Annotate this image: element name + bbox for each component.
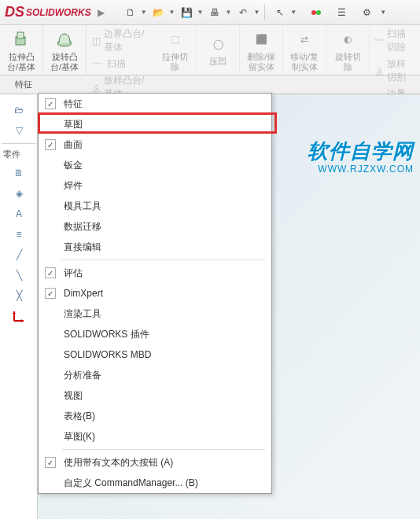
cut-group-4: ⇄移动/复 制实体 — [283, 25, 326, 75]
sweep-label: 扫描 — [107, 57, 126, 71]
tab-features[interactable]: 特征 — [5, 75, 42, 94]
extrude-cut-button[interactable]: ⬚拉伸切 除 — [158, 28, 191, 71]
context-menu-item[interactable]: 表格(B) — [39, 406, 271, 426]
checkbox-checked-icon — [45, 139, 56, 150]
context-menu-item-label: 数据迁移 — [64, 220, 101, 234]
sweep-icon: 〰 — [91, 58, 104, 71]
revolve-boss-button[interactable]: 旋转凸 台/基体 — [48, 28, 81, 71]
extrude-boss-label: 拉伸凸 台/基体 — [5, 52, 38, 71]
loft-cut-icon: ◬ — [374, 64, 384, 77]
revolve-cut-button[interactable]: ◐旋转切 除 — [331, 28, 364, 71]
select-icon[interactable]: ↖ — [270, 3, 290, 22]
context-menu-item[interactable]: 焊件 — [39, 175, 271, 196]
context-menu-item[interactable]: 模具工具 — [39, 196, 271, 216]
plane-top-icon[interactable]: ╲ — [2, 266, 36, 285]
context-menu-item[interactable]: DimXpert — [39, 283, 271, 304]
revolve-cut-icon: ◐ — [337, 28, 359, 50]
context-menu-item-label: 表格(B) — [64, 410, 95, 423]
context-menu-item[interactable]: 直接编辑 — [39, 237, 271, 257]
svg-rect-3 — [17, 32, 24, 39]
context-menu-item-label: 视图 — [64, 389, 83, 403]
hole-button[interactable]: ◯压凹 — [201, 33, 234, 66]
context-menu-item-label: 使用带有文本的大按钮 (A) — [64, 456, 173, 469]
context-menu-item-label: 评估 — [64, 267, 83, 280]
menu-separator — [62, 260, 265, 260]
dropdown-icon[interactable]: ▼ — [290, 9, 297, 16]
annotations-icon[interactable]: A — [2, 204, 36, 223]
hole-label: 压凹 — [209, 57, 227, 66]
context-menu-item-label: 分析准备 — [64, 369, 101, 382]
part-label: 零件 — [0, 147, 37, 162]
context-menu-item[interactable]: 草图(K) — [39, 426, 271, 447]
settings-gear-icon[interactable]: ⚙ — [356, 3, 377, 22]
cut-group-1: ⬚拉伸切 除 — [153, 25, 197, 75]
sweep-cut-label: 扫描切除 — [387, 28, 415, 54]
context-menu-item[interactable]: 使用带有文本的大按钮 (A) — [39, 452, 271, 473]
context-menu-item[interactable]: 自定义 CommandManager... (B) — [39, 473, 271, 493]
context-menu-item-label: 钣金 — [64, 159, 83, 172]
context-menu-item[interactable]: 数据迁移 — [39, 216, 271, 237]
undo-icon[interactable]: ↶ — [233, 3, 253, 22]
context-menu-item-label: 草图(K) — [64, 430, 95, 444]
titlebar: DS SOLIDWORKS ▶ 🗋▼ 📂▼ 💾▼ 🖶▼ ↶▼ ↖▼ ☰ ⚙ ▼ — [0, 0, 420, 25]
context-menu-item[interactable]: 视图 — [39, 385, 271, 406]
context-menu-item[interactable]: SOLIDWORKS MBD — [39, 344, 271, 365]
cut-group-3: ⬛删除/保 留实体 — [240, 25, 283, 75]
dropdown-icon[interactable]: ▼ — [225, 9, 231, 16]
open-file-icon[interactable]: 📂 — [149, 3, 169, 22]
sensors-icon[interactable]: ◈ — [2, 184, 36, 203]
context-menu-item[interactable]: 草图 — [39, 114, 271, 134]
revolve-boss-group: 旋转凸 台/基体 — [43, 25, 87, 75]
sweep-cut-button[interactable]: 〰扫描切除 — [373, 27, 417, 55]
dropdown-icon[interactable]: ▼ — [253, 9, 260, 16]
context-menu-item[interactable]: 分析准备 — [39, 365, 271, 385]
menu-separator — [62, 449, 265, 450]
history-icon[interactable]: 🗎 — [2, 164, 36, 182]
context-menu-item-label: 模具工具 — [64, 200, 101, 213]
save-icon[interactable]: 💾 — [177, 3, 197, 22]
context-menu-item-label: 特征 — [64, 98, 83, 111]
boundary-boss-label: 边界凸台/基体 — [104, 28, 149, 54]
dropdown-icon[interactable]: ▼ — [169, 9, 175, 16]
delete-keep-button[interactable]: ⬛删除/保 留实体 — [245, 28, 278, 71]
context-menu-item[interactable]: 评估 — [39, 263, 271, 283]
context-menu-item[interactable]: 渲染工具 — [39, 304, 271, 324]
plane-front-icon[interactable]: ╱ — [2, 245, 36, 264]
dropdown-icon[interactable]: ▼ — [197, 9, 204, 16]
watermark-main: 软件自学网 — [308, 138, 414, 165]
material-icon[interactable]: ≡ — [2, 225, 36, 244]
revolve-boss-label: 旋转凸 台/基体 — [48, 52, 81, 71]
context-menu-item[interactable]: 钣金 — [39, 155, 271, 175]
separator — [264, 5, 265, 20]
filter-icon[interactable]: ▽ — [2, 121, 36, 140]
context-menu-item[interactable]: 特征 — [39, 94, 271, 114]
options-list-icon[interactable]: ☰ — [331, 3, 352, 22]
context-menu-item[interactable]: 曲面 — [39, 134, 271, 155]
sweep-button[interactable]: 〰扫描 — [90, 57, 150, 72]
context-menu-item-label: 焊件 — [64, 179, 83, 193]
dropdown-icon[interactable]: ▼ — [380, 9, 386, 16]
new-file-icon[interactable]: 🗋 — [120, 3, 141, 22]
boundary-boss-button[interactable]: ◫边界凸台/基体 — [90, 27, 150, 55]
extrude-boss-button[interactable]: 拉伸凸 台/基体 — [5, 28, 38, 71]
context-menu-item-label: SOLIDWORKS 插件 — [64, 328, 149, 341]
loft-cut-label: 放样切割 — [387, 57, 415, 84]
context-menu-item[interactable]: SOLIDWORKS 插件 — [39, 324, 271, 344]
context-menu-item-label: 自定义 CommandManager... (B) — [64, 477, 198, 490]
checkbox-checked-icon — [45, 267, 56, 278]
dropdown-icon[interactable]: ▼ — [141, 9, 147, 16]
chevron-right-icon[interactable]: ▶ — [98, 7, 105, 18]
traffic-light-icon[interactable] — [306, 3, 326, 22]
loft-cut-button[interactable]: ◬放样切割 — [373, 57, 417, 85]
checkbox-checked-icon — [45, 98, 56, 109]
feature-tree-icon[interactable]: 🗁 — [2, 101, 36, 120]
move-copy-button[interactable]: ⇄移动/复 制实体 — [288, 28, 321, 71]
svg-point-1 — [316, 10, 321, 15]
print-icon[interactable]: 🖶 — [204, 3, 225, 22]
app-logo: DS SOLIDWORKS — [5, 4, 91, 20]
origin-icon[interactable] — [2, 307, 36, 326]
plane-right-icon[interactable]: ╳ — [2, 286, 36, 305]
context-menu-item-label: DimXpert — [64, 288, 103, 299]
move-copy-icon: ⇄ — [293, 28, 315, 50]
context-menu-item-label: SOLIDWORKS MBD — [64, 349, 151, 360]
